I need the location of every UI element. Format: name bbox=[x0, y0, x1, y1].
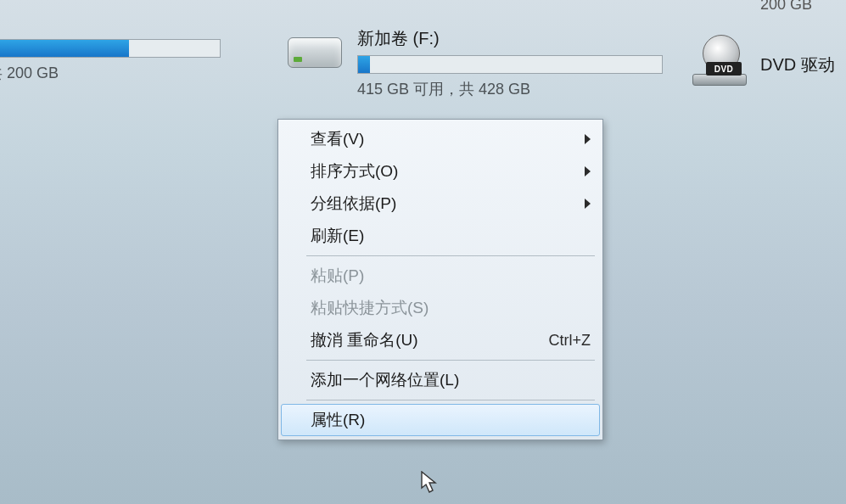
drive-f-title: 新加卷 (F:) bbox=[357, 27, 666, 50]
menu-item-9[interactable]: 添加一个网络位置(L) bbox=[281, 364, 600, 396]
menu-separator bbox=[306, 360, 595, 361]
drive-f[interactable]: 新加卷 (F:) 415 GB 可用，共 428 GB bbox=[284, 25, 666, 99]
drive-dvd[interactable]: DVD DVD 驱动 bbox=[687, 38, 846, 87]
menu-item-label: 撤消 重命名(U) bbox=[311, 329, 418, 351]
menu-shortcut: Ctrl+Z bbox=[549, 332, 591, 350]
menu-item-5: 粘贴(P) bbox=[281, 260, 600, 292]
drive-f-usage-fill bbox=[358, 56, 370, 73]
menu-item-label: 粘贴快捷方式(S) bbox=[311, 297, 429, 319]
chevron-right-icon bbox=[585, 134, 591, 144]
drive-e-usage-fill bbox=[0, 40, 129, 57]
menu-item-label: 查看(V) bbox=[311, 128, 364, 150]
hdd-icon bbox=[284, 25, 345, 75]
menu-item-11[interactable]: 属性(R) bbox=[281, 404, 600, 436]
chevron-right-icon bbox=[585, 199, 591, 209]
menu-item-label: 刷新(E) bbox=[311, 225, 364, 247]
menu-item-3[interactable]: 刷新(E) bbox=[281, 220, 600, 252]
drive-e-usage-bar bbox=[0, 39, 221, 58]
menu-item-1[interactable]: 排序方式(O) bbox=[281, 155, 600, 188]
menu-item-label: 属性(R) bbox=[311, 409, 365, 431]
menu-separator bbox=[306, 400, 595, 400]
menu-item-7[interactable]: 撤消 重命名(U)Ctrl+Z bbox=[281, 324, 600, 356]
drive-e[interactable]: (E:) GB 可用，共 200 GB bbox=[0, 13, 272, 83]
menu-item-6: 粘贴快捷方式(S) bbox=[281, 292, 600, 324]
menu-item-label: 粘贴(P) bbox=[311, 265, 364, 287]
menu-item-label: 排序方式(O) bbox=[311, 160, 398, 182]
dvd-icon: DVD bbox=[687, 38, 748, 87]
drive-f-usage-text: 415 GB 可用，共 428 GB bbox=[357, 79, 666, 99]
context-menu: 查看(V)排序方式(O)分组依据(P)刷新(E)粘贴(P)粘贴快捷方式(S)撤消… bbox=[277, 119, 603, 440]
menu-item-label: 添加一个网络位置(L) bbox=[311, 369, 459, 391]
menu-item-label: 分组依据(P) bbox=[311, 193, 396, 215]
menu-item-0[interactable]: 查看(V) bbox=[281, 123, 600, 155]
drive-f-usage-bar bbox=[357, 55, 663, 74]
menu-item-2[interactable]: 分组依据(P) bbox=[281, 188, 600, 220]
drive-dvd-title: DVD 驱动 bbox=[760, 53, 846, 76]
remnant-text: 200 GB bbox=[760, 0, 812, 14]
chevron-right-icon bbox=[585, 166, 591, 176]
drive-e-usage-text: GB 可用，共 200 GB bbox=[0, 63, 272, 83]
menu-separator bbox=[306, 255, 595, 256]
dvd-badge: DVD bbox=[706, 62, 742, 76]
cursor-icon bbox=[421, 471, 438, 495]
drive-e-title: (E:) bbox=[0, 14, 272, 34]
